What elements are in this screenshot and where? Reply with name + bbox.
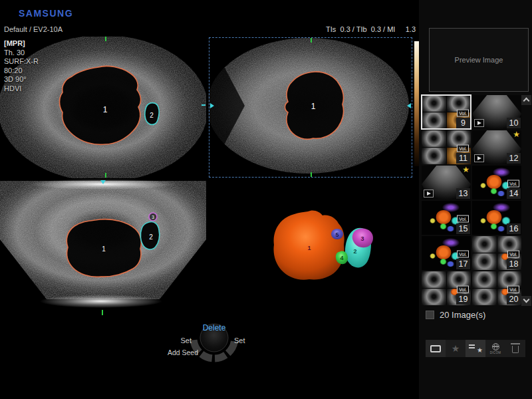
thumbnail-19[interactable]: Vol.19: [422, 271, 471, 305]
mini-segment-green: [440, 223, 447, 229]
scroll-down-button[interactable]: [521, 296, 531, 306]
thumbnail-number: 15: [456, 223, 470, 234]
contour-label-1: 1: [311, 102, 316, 111]
mini-segment-green: [490, 188, 497, 194]
mini-segment-blue: [446, 261, 455, 267]
play-icon: [424, 190, 434, 198]
dicom-globe-icon: [492, 343, 499, 350]
mini-segment-yellow: [430, 253, 436, 259]
mini-segment-orange: [436, 210, 452, 224]
mini-segment-yellow: [480, 183, 486, 188]
star-icon: ★: [513, 130, 520, 139]
segment-label-1: 1: [307, 245, 311, 251]
mpr-param-angle: 3D 90°: [4, 75, 39, 84]
mini-segment-orange: [486, 175, 502, 189]
thumbnail-11[interactable]: Vol.11: [422, 130, 471, 164]
quadrant-top-right[interactable]: 1: [208, 37, 413, 178]
segment-label-3: 3: [360, 235, 364, 242]
ultrasound-image-top-right: 1: [208, 37, 413, 178]
axis-marker-top: [100, 180, 106, 184]
mpr-parameters: [MPR] Th. 30 SURF:X-R 80:20 3D 90° HDVI: [4, 39, 39, 93]
star-icon: ★: [477, 346, 483, 355]
quadrant-bottom-left[interactable]: 1 2 3: [0, 180, 206, 319]
thumbnail-17[interactable]: Vol.17: [422, 236, 471, 270]
thumb-cell: [422, 130, 446, 147]
chevron-down-icon: [523, 297, 530, 303]
axis-marker-left: [210, 103, 214, 108]
scroll-up-button[interactable]: [521, 95, 531, 105]
delete-image-button[interactable]: [505, 340, 525, 357]
thumb-cell: [422, 148, 446, 164]
thumb-cell: [472, 271, 497, 288]
far-field-echo: [40, 295, 162, 308]
thumbnail-18[interactable]: Vol.18: [472, 236, 521, 270]
render-3d-segments: 1 2 3 4 5: [208, 180, 413, 319]
vol-badge: Vol.: [457, 250, 469, 257]
filter-starred-button[interactable]: ★: [466, 340, 485, 357]
vol-badge: Vol.: [507, 180, 519, 187]
play-icon: [474, 154, 484, 162]
axis-tick-bottom: [311, 172, 312, 177]
thumbnail-number: 11: [456, 153, 470, 164]
vol-badge: Vol.: [457, 285, 469, 293]
thumbnail-10[interactable]: 10: [472, 95, 521, 129]
vol-badge: Vol.: [507, 285, 519, 293]
soft-key-delete[interactable]: Delete: [166, 323, 262, 332]
quadrant-3d-render[interactable]: 1 2 3 4 5: [208, 180, 413, 319]
trackball-menu: Delete Set Set Add Seed: [166, 319, 262, 366]
vol-badge: Vol.: [457, 144, 469, 152]
frame-icon: [430, 345, 441, 352]
play-icon: [474, 119, 484, 127]
vol-badge: Vol.: [457, 215, 469, 222]
thumb-cell: [422, 271, 446, 288]
thumbnail-12[interactable]: ★12: [472, 130, 521, 164]
thumbnail-15[interactable]: Vol.15: [422, 201, 471, 235]
select-image-button[interactable]: [426, 340, 446, 357]
preset-label: Default / EV2-10A: [4, 25, 63, 33]
thumbnail-13[interactable]: ★13: [422, 166, 471, 200]
segment-label-4: 4: [340, 255, 343, 261]
thumbnail-number: 16: [507, 223, 521, 234]
ultrasound-app: SAMSUNG Default / EV2-10A TIs 0.3 / TIb …: [0, 0, 532, 399]
contour-label-1: 1: [103, 105, 108, 114]
samsung-logo: SAMSUNG: [19, 8, 73, 19]
review-toolbar: ★ ★ DICOM: [426, 340, 525, 357]
contour-label-2: 2: [150, 112, 154, 119]
thumbnail-9[interactable]: Vol.9: [422, 95, 471, 129]
ultrasound-image-bottom-left: 1 2 3: [0, 180, 206, 319]
exposure-indices: TIs 0.3 / TIb 0.3 / MI 1.3: [279, 25, 416, 33]
chevron-up-icon: [523, 98, 530, 104]
thumbnail-14[interactable]: Vol.14: [472, 166, 521, 200]
thumb-cell: [472, 236, 497, 253]
axis-marker-right: [407, 103, 411, 108]
mini-segment-green: [490, 223, 497, 229]
segment-label-2: 2: [353, 248, 356, 255]
thumbnail-number: 19: [456, 294, 470, 305]
axis-tick-top: [311, 38, 312, 43]
segment-label-5: 5: [335, 231, 338, 238]
contour-label-3: 3: [152, 215, 154, 219]
vol-badge: Vol.: [507, 250, 519, 257]
contour-label-1: 1: [102, 245, 106, 253]
soft-key-add-seed[interactable]: Add Seed: [166, 348, 198, 356]
dicom-send-button[interactable]: DICOM: [485, 340, 505, 357]
mini-segment-orange: [486, 210, 502, 224]
mini-segment-yellow: [480, 218, 486, 223]
select-all-checkbox[interactable]: [426, 311, 434, 319]
mpr-title: [MPR]: [4, 39, 39, 49]
thumb-cell: [472, 253, 497, 270]
soft-key-set-right[interactable]: Set: [234, 336, 245, 344]
contour-region-1[interactable]: [60, 66, 141, 144]
mini-segment-blue: [446, 226, 455, 231]
star-icon: ★: [462, 166, 469, 174]
soft-key-set-left[interactable]: Set: [166, 336, 192, 344]
thumbnail-20[interactable]: Vol.20: [472, 271, 521, 305]
mini-segment-green: [440, 259, 447, 265]
image-count-label: 20 Image(s): [440, 310, 485, 320]
mini-segment-blue: [497, 226, 505, 231]
thumbnail-16[interactable]: 16: [472, 201, 521, 235]
preview-image-label: Preview Image: [455, 56, 503, 64]
mpr-param-surface: SURF:X-R: [4, 57, 39, 66]
trash-icon: [512, 346, 519, 353]
favorite-button[interactable]: ★: [446, 340, 466, 357]
